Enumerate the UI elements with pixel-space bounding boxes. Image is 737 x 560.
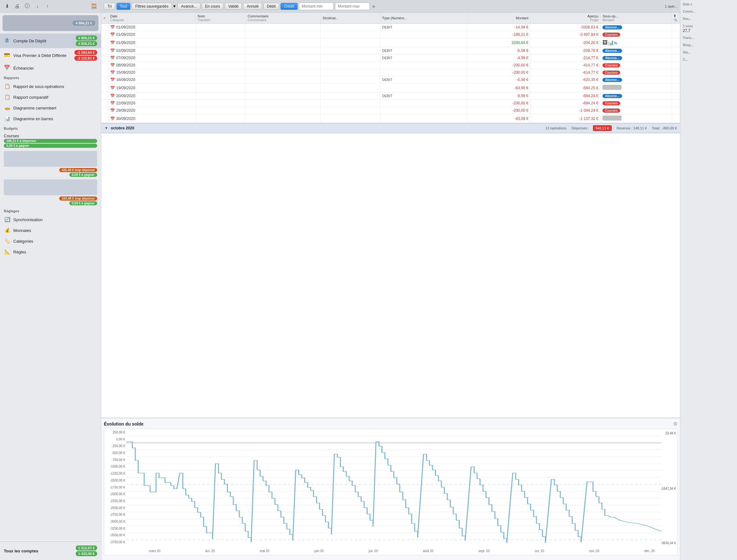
menu-item-camembert[interactable]: 🥧 Diagramme camembert [0, 103, 101, 113]
filtres-dropdown: Filtres sauvegardés ▼ [132, 3, 176, 10]
tout-button[interactable]: Tout [116, 3, 131, 10]
y-label-11: -2500,00 € [105, 506, 125, 510]
col-apercu[interactable]: AperçuProjet [530, 13, 600, 24]
annule-button[interactable]: Annulé [243, 3, 262, 10]
cell-check[interactable] [101, 24, 108, 31]
cell-check[interactable] [101, 31, 108, 38]
menu-item-monnaies[interactable]: 💰 Monnaies [0, 225, 101, 236]
debit-button[interactable]: Débit [263, 3, 279, 10]
chart-svg [126, 429, 661, 545]
table-row[interactable]: 📅01/09/2020 3293,64 € -204,20 € 🖼📊% [101, 38, 680, 47]
right-section-comm: Comm... [683, 10, 734, 14]
menu-item-categories[interactable]: 🏷️ Catégories [0, 236, 101, 246]
menu-item-sous-operations[interactable]: 📋 Rapport de sous-opérations [0, 81, 101, 92]
cell-date: 📅30/09/2020 [108, 114, 196, 123]
col-destinataire[interactable]: Destinat... [321, 13, 380, 24]
cell-nom [196, 107, 246, 114]
table-row[interactable]: 📅22/09/2020 -200,00 € -894,24 € Courses [101, 100, 680, 107]
col-type[interactable]: Type (Numéro... [380, 13, 468, 24]
cell-sous-op[interactable]: Abonne... [601, 54, 671, 62]
filtres-arrow-icon[interactable]: ▼ [172, 4, 176, 9]
montant-max-input[interactable] [335, 3, 370, 10]
info-icon[interactable]: ⓘ [24, 3, 30, 9]
cell-date: 📅07/09/2020 [108, 54, 196, 62]
group-header-oct[interactable]: ▼ octobre 2020 12 opérations Dépenses : … [101, 123, 680, 133]
menu-item-regles[interactable]: 📐 Règles [0, 246, 101, 257]
cell-check[interactable] [101, 92, 108, 100]
cell-sous-op[interactable]: Abonne... [601, 76, 671, 84]
cell-check[interactable] [101, 62, 108, 69]
valide-button[interactable]: Validé [225, 3, 242, 10]
col-date[interactable]: DateCatégorie [108, 13, 196, 24]
account-item-depot[interactable]: 🏦 Compte De Dépôt 4 806,21 € 4 556,21 € [0, 34, 101, 48]
cell-sous-op[interactable]: Abonne... [601, 47, 671, 54]
account-item-visa[interactable]: 💳 Visa Premier à Débit Différée -3 293,6… [0, 48, 101, 63]
tri-button[interactable]: Tri [104, 3, 115, 10]
cell-commentaire [246, 107, 321, 114]
table-row[interactable]: 📅01/09/2020 -189,21 € -3 497,84 € Course… [101, 31, 680, 38]
col-commentaire[interactable]: CommentaireCommentaire [246, 13, 321, 24]
budget-item-blank1[interactable] [4, 151, 97, 167]
cell-check[interactable] [101, 69, 108, 76]
cell-sous-op[interactable]: Courses [601, 62, 671, 69]
col-sous-op[interactable]: Sous-op...Montant [601, 13, 671, 24]
cell-montant: -43,08 € [467, 114, 530, 123]
cell-apercu: -214,77 € [530, 54, 600, 62]
x-label-6: sept. 20 [478, 549, 490, 553]
table-row[interactable]: 📅07/09/2020 DEBIT -4,99 € -214,77 € Abon… [101, 54, 680, 62]
budget-item-courses[interactable]: Courses 189,21 € à dépenser 0,00 € à gag… [0, 132, 101, 150]
col-nom[interactable]: NomTransfert [196, 13, 246, 24]
table-row[interactable]: 📅29/09/2020 -200,00 € -1 094,24 € Course… [101, 107, 680, 114]
table-row[interactable]: 📅16/09/2020 DEBIT -5,58 € -620,35 € Abon… [101, 76, 680, 84]
table-row[interactable]: 📅08/09/2020 -200,00 € -414,77 € Courses [101, 62, 680, 69]
cell-type: DEBIT [380, 47, 468, 54]
group-collapse-icon[interactable]: ▼ [104, 126, 108, 130]
cell-sous-op[interactable]: Courses [601, 100, 671, 107]
print-icon[interactable]: 🖨 [14, 3, 20, 9]
menu-item-comparatif[interactable]: 📋 Rapport comparatif [0, 92, 101, 103]
cell-check[interactable] [101, 100, 108, 107]
cell-sous-op[interactable]: Abonne... [601, 92, 671, 100]
cell-destinataire [321, 62, 380, 69]
comparatif-icon: 📋 [4, 94, 11, 101]
cell-check[interactable] [101, 114, 108, 123]
credit-button[interactable]: Crédit [280, 3, 297, 10]
cell-check[interactable] [101, 76, 108, 84]
more-arrow-icon[interactable]: » [371, 3, 377, 9]
calculator-icon[interactable]: 🧮 [91, 3, 97, 9]
menu-item-barres[interactable]: 📊 Diagramme en barres [0, 113, 101, 124]
filtres-button[interactable]: Filtres sauvegardés [132, 3, 172, 10]
chart-gear-icon[interactable]: ⚙ [673, 421, 678, 427]
avance-button[interactable]: Avancé... [178, 3, 200, 10]
budget-item-blank2[interactable] [4, 179, 97, 195]
table-row[interactable]: 📅15/09/2020 -200,00 € -614,77 € Courses [101, 69, 680, 76]
account-item-echeancier[interactable]: 📅 Échéancier [0, 63, 101, 73]
menu-item-synchronisation[interactable]: 🔄 Synchronisation [0, 214, 101, 225]
cell-sous-op[interactable]: Abonne... [601, 24, 671, 31]
table-row[interactable]: 📅20/09/2020 DEBIT -9,99 € -694,24 € Abon… [101, 92, 680, 100]
cell-type: DEBIT [380, 92, 468, 100]
en-cours-button[interactable]: En cours [202, 3, 223, 10]
cell-check[interactable] [101, 107, 108, 114]
chart-section: Évolution du solde ⚙ 250,00 € 0,00 € -25… [101, 418, 680, 560]
cell-sous-op[interactable]: Courses [601, 107, 671, 114]
col-montant[interactable]: Montant [467, 13, 530, 24]
arrow-up-icon[interactable]: ↑ [44, 3, 51, 9]
arrow-down-icon[interactable]: ↓ [34, 3, 41, 9]
cell-check[interactable] [101, 38, 108, 47]
table-row[interactable]: 📅01/09/2020 DEBIT -14,99 € -3308,63 € Ab… [101, 24, 680, 31]
table-row[interactable]: 📅30/09/2020 -43,08 € -1 137,32 € [101, 114, 680, 123]
cell-check[interactable] [101, 54, 108, 62]
download-icon[interactable]: ⬇ [4, 3, 10, 9]
cell-sous-op[interactable]: Courses [601, 69, 671, 76]
montant-min-input[interactable] [299, 3, 334, 10]
cell-commentaire [246, 69, 321, 76]
table-row[interactable]: 📅19/09/2020 -63,90 € -684,25 € [101, 84, 680, 92]
cell-date: 📅19/09/2020 [108, 84, 196, 92]
cell-sous-op[interactable]: Courses [601, 31, 671, 38]
cell-type: DEBIT [380, 24, 468, 31]
cell-check[interactable] [101, 84, 108, 92]
table-row[interactable]: 📅02/09/2020 DEBIT -5,58 € -209,78 € Abon… [101, 47, 680, 54]
cell-check[interactable] [101, 47, 108, 54]
cell-nom [196, 38, 246, 47]
